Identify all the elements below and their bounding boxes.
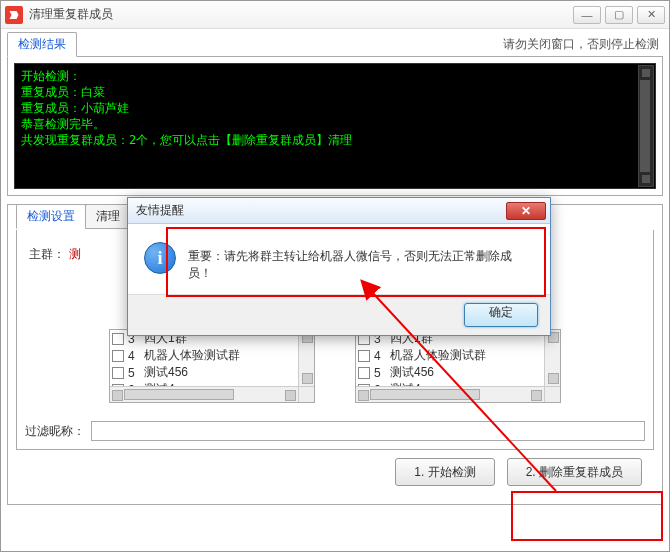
group-list-right[interactable]: 3四人1群 4机器人体验测试群 5测试456 6测试4 bbox=[355, 329, 561, 403]
console-panel: 开始检测： 重复成员：白菜 重复成员：小葫芦娃 恭喜检测完毕。 共发现重复群成员… bbox=[7, 56, 663, 196]
console-scrollbar[interactable] bbox=[638, 65, 654, 187]
console-line: 重复成员：小葫芦娃 bbox=[21, 100, 649, 116]
dialog-body: i 重要：请先将群主转让给机器人微信号，否则无法正常删除成员！ bbox=[128, 224, 550, 294]
warning-text: 请勿关闭窗口，否则停止检测 bbox=[503, 36, 659, 56]
dialog-close-button[interactable]: ✕ bbox=[506, 202, 546, 220]
scrollbar-corner bbox=[544, 386, 560, 402]
window-title: 清理重复群成员 bbox=[29, 6, 569, 23]
checkbox-icon[interactable] bbox=[112, 350, 124, 362]
dialog-title: 友情提醒 bbox=[136, 202, 506, 219]
maximize-button[interactable]: ▢ bbox=[605, 6, 633, 24]
group-lists: 3四人1群 4机器人体验测试群 5测试456 6测试4 3四人1群 4机器人体验… bbox=[25, 329, 645, 403]
console-output: 开始检测： 重复成员：白菜 重复成员：小葫芦娃 恭喜检测完毕。 共发现重复群成员… bbox=[14, 63, 656, 189]
info-icon: i bbox=[144, 242, 176, 274]
filter-row: 过滤昵称： bbox=[25, 421, 645, 441]
delete-duplicates-button[interactable]: 2. 删除重复群成员 bbox=[507, 458, 642, 486]
list-item[interactable]: 5测试456 bbox=[110, 364, 314, 381]
checkbox-icon[interactable] bbox=[112, 333, 124, 345]
list-item[interactable]: 4机器人体验测试群 bbox=[110, 347, 314, 364]
main-group-label: 主群： bbox=[25, 246, 65, 263]
start-detection-button[interactable]: 1. 开始检测 bbox=[395, 458, 494, 486]
checkbox-icon[interactable] bbox=[112, 367, 124, 379]
action-button-row: 1. 开始检测 2. 删除重复群成员 bbox=[16, 450, 654, 496]
checkbox-icon[interactable] bbox=[358, 367, 370, 379]
window-controls: — ▢ ✕ bbox=[569, 6, 665, 24]
dialog-titlebar[interactable]: 友情提醒 ✕ bbox=[128, 198, 550, 224]
filter-label: 过滤昵称： bbox=[25, 423, 85, 440]
dialog-ok-button[interactable]: 确定 bbox=[464, 303, 538, 327]
tab-detection-settings[interactable]: 检测设置 bbox=[16, 204, 86, 229]
group-list-left[interactable]: 3四人1群 4机器人体验测试群 5测试456 6测试4 bbox=[109, 329, 315, 403]
list-item[interactable]: 5测试456 bbox=[356, 364, 560, 381]
checkbox-icon[interactable] bbox=[358, 350, 370, 362]
close-button[interactable]: ✕ bbox=[637, 6, 665, 24]
horizontal-scrollbar[interactable] bbox=[110, 386, 298, 402]
vertical-scrollbar[interactable] bbox=[544, 330, 560, 386]
console-line: 开始检测： bbox=[21, 68, 649, 84]
dialog-footer: 确定 bbox=[128, 294, 550, 335]
reminder-dialog: 友情提醒 ✕ i 重要：请先将群主转让给机器人微信号，否则无法正常删除成员！ 确… bbox=[127, 197, 551, 336]
window-titlebar: 清理重复群成员 — ▢ ✕ bbox=[1, 1, 669, 29]
app-icon bbox=[5, 6, 23, 24]
top-row: 检测结果 请勿关闭窗口，否则停止检测 bbox=[1, 29, 669, 56]
horizontal-scrollbar[interactable] bbox=[356, 386, 544, 402]
list-item[interactable]: 4机器人体验测试群 bbox=[356, 347, 560, 364]
vertical-scrollbar[interactable] bbox=[298, 330, 314, 386]
filter-input[interactable] bbox=[91, 421, 645, 441]
tab-clean[interactable]: 清理 bbox=[85, 204, 131, 229]
console-line: 恭喜检测完毕。 bbox=[21, 116, 649, 132]
console-line: 共发现重复群成员：2个，您可以点击【删除重复群成员】清理 bbox=[21, 132, 649, 148]
minimize-button[interactable]: — bbox=[573, 6, 601, 24]
scrollbar-corner bbox=[298, 386, 314, 402]
console-line: 重复成员：白菜 bbox=[21, 84, 649, 100]
dialog-message: 重要：请先将群主转让给机器人微信号，否则无法正常删除成员！ bbox=[188, 242, 534, 282]
main-group-value: 测 bbox=[69, 246, 81, 263]
tab-detection-result[interactable]: 检测结果 bbox=[7, 32, 77, 57]
